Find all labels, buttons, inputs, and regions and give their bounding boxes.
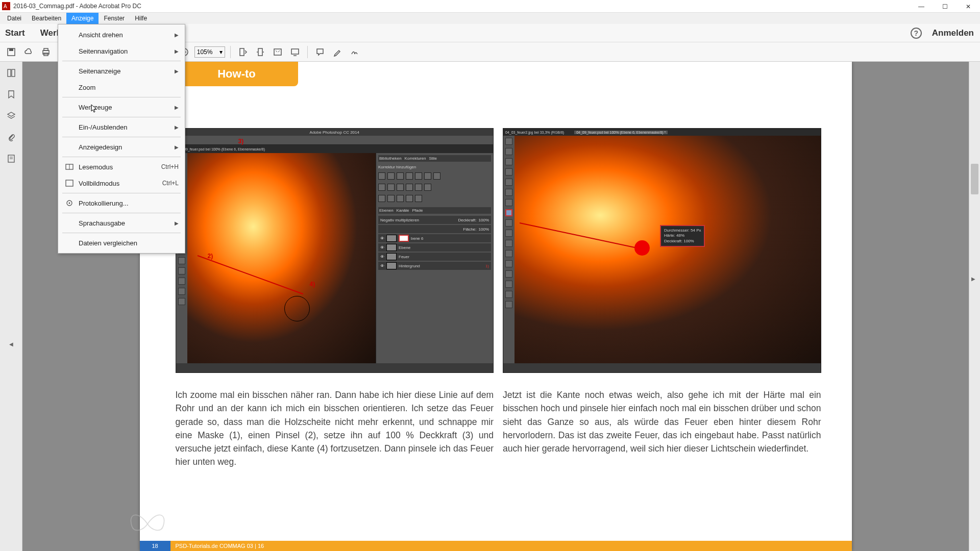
shortcut-text: Ctrl+L <box>162 180 179 187</box>
brush-tool-icon <box>505 209 512 216</box>
cloud-icon[interactable] <box>21 45 36 59</box>
screenshot-right: 04_03_feuer2.jpg bei 33,3% (RGB/8) 04_09… <box>503 128 821 373</box>
menu-vollbildmodus[interactable]: VollbildmodusCtrl+L <box>58 175 185 191</box>
tab-start[interactable]: Start <box>5 28 25 38</box>
submenu-arrow-icon: ▶ <box>175 144 179 150</box>
signin-link[interactable]: Anmelden <box>932 28 974 38</box>
ps-title: Adobe Photoshop CC 2014 <box>176 129 494 136</box>
brush-cursor-icon <box>284 296 310 321</box>
fit-width-icon[interactable] <box>253 45 267 59</box>
text-col-left: Ich zoome mal ein bisschen näher ran. Da… <box>176 388 494 469</box>
menu-anzeigedesign[interactable]: Anzeigedesign▶ <box>58 139 185 155</box>
svg-rect-19 <box>66 180 73 186</box>
menu-seitenanzeige[interactable]: Seitenanzeige▶ <box>58 63 185 79</box>
fit-page-icon[interactable] <box>236 45 250 59</box>
ps-canvas-left: 2) 4) 3) <box>187 153 376 363</box>
menu-fenster[interactable]: Fenster <box>99 13 130 24</box>
svg-rect-13 <box>258 48 262 56</box>
attachments-icon[interactable] <box>5 131 17 143</box>
menu-sprachausgabe[interactable]: Sprachausgabe▶ <box>58 215 185 231</box>
close-button[interactable]: ✕ <box>957 0 980 13</box>
submenu-arrow-icon: ▶ <box>175 48 179 54</box>
menu-einausblenden[interactable]: Ein-/Ausblenden▶ <box>58 119 185 135</box>
ps-options-bar <box>176 136 494 145</box>
expand-right-icon[interactable]: ▶ <box>971 276 975 282</box>
menu-hilfe[interactable]: Hilfe <box>130 13 152 24</box>
menu-zoom[interactable]: Zoom <box>58 79 185 95</box>
anzeige-menu: Ansicht drehen▶ Seitennavigation▶ Seiten… <box>58 24 185 254</box>
save-icon[interactable] <box>4 45 18 59</box>
submenu-arrow-icon: ▶ <box>175 105 179 110</box>
help-icon[interactable]: ? <box>911 28 922 39</box>
menu-lesemodus[interactable]: LesemodusCtrl+H <box>58 159 185 175</box>
highlight-icon[interactable] <box>330 45 345 59</box>
collapse-left-icon[interactable]: ◀ <box>9 341 13 347</box>
window-title: 2016-03_Commag.pdf - Adobe Acrobat Pro D… <box>13 3 141 10</box>
submenu-arrow-icon: ▶ <box>175 32 179 38</box>
menu-dateien-vergleichen[interactable]: Dateien vergleichen <box>58 235 185 251</box>
svg-text:A: A <box>4 4 7 9</box>
svg-rect-12 <box>240 48 244 56</box>
presentation-icon[interactable] <box>288 45 302 59</box>
print-icon[interactable] <box>39 45 53 59</box>
svg-rect-22 <box>8 69 11 77</box>
menu-bearbeiten[interactable]: Bearbeiten <box>27 13 66 24</box>
submenu-arrow-icon: ▶ <box>175 220 179 226</box>
bookmarks-icon[interactable] <box>5 88 17 101</box>
svg-rect-23 <box>12 69 15 77</box>
layers-nav-icon[interactable] <box>5 110 17 122</box>
fullscreen-icon[interactable] <box>271 45 285 59</box>
ps-tab: 04_09_feuer.psd bei 100% (Ebene 6, Ebene… <box>176 145 494 153</box>
body-text: Ich zoome mal ein bisschen näher ran. Da… <box>176 388 821 469</box>
footer-text: PSD-Tutorials.de COMMAG 03 | 16 <box>170 541 852 551</box>
zoom-select[interactable]: 105%▾ <box>194 46 225 58</box>
svg-rect-5 <box>44 48 48 51</box>
zoom-value: 105% <box>197 48 213 56</box>
ps-canvas-right: Durchmesser: 54 Px Härte: 48% Deckkraft:… <box>514 136 821 363</box>
svg-rect-15 <box>291 49 299 54</box>
fullscreen-mode-icon <box>64 178 75 188</box>
page-footer: 18 PSD-Tutorials.de COMMAG 03 | 16 <box>140 541 852 551</box>
scrollbar[interactable]: ▶ <box>969 62 980 551</box>
ps-tabs-right: 04_03_feuer2.jpg bei 33,3% (RGB/8) 04_09… <box>503 129 821 136</box>
read-mode-icon <box>64 162 75 172</box>
howto-tab: How-to <box>176 62 298 86</box>
ps-tools-right <box>503 136 514 363</box>
chevron-down-icon: ▾ <box>219 48 223 56</box>
butterfly-watermark-icon <box>125 506 170 542</box>
menubar: Datei Bearbeiten Anzeige Fenster Hilfe <box>0 13 980 24</box>
scroll-thumb[interactable] <box>971 164 978 194</box>
submenu-arrow-icon: ▶ <box>175 124 179 130</box>
footer-page-number: 18 <box>140 541 170 551</box>
menu-werkzeuge[interactable]: Werkzeuge▶ <box>58 99 185 115</box>
text-col-right: Jetzt ist die Kante noch etwas weich, al… <box>503 388 821 469</box>
maximize-button[interactable]: ☐ <box>933 0 957 13</box>
submenu-arrow-icon: ▶ <box>175 68 179 74</box>
thumbnails-icon[interactable] <box>5 67 17 79</box>
app-icon: A <box>2 2 10 10</box>
brush-tooltip: Durchmesser: 54 Px Härte: 48% Deckkraft:… <box>660 225 705 247</box>
menu-datei[interactable]: Datei <box>2 13 27 24</box>
svg-point-21 <box>69 203 70 204</box>
minimize-button[interactable]: — <box>910 0 933 13</box>
menu-ansicht-drehen[interactable]: Ansicht drehen▶ <box>58 27 185 43</box>
pdf-page: How-to Adobe Photoshop CC 2014 04_09_feu… <box>140 62 852 551</box>
brush-dot-icon <box>634 240 650 256</box>
ps-panels-left: BibliothekenKorrekturenStile Korrektur h… <box>376 153 493 363</box>
tracker-icon <box>64 198 75 208</box>
signature-icon[interactable] <box>348 45 362 59</box>
menu-anzeige[interactable]: Anzeige <box>66 13 99 24</box>
menu-protokollierung[interactable]: Protokollierung... <box>58 195 185 211</box>
svg-rect-3 <box>9 48 13 51</box>
comment-icon[interactable] <box>313 45 327 59</box>
menu-seitennavigation[interactable]: Seitennavigation▶ <box>58 43 185 59</box>
screenshot-left: Adobe Photoshop CC 2014 04_09_feuer.psd … <box>176 128 494 373</box>
shortcut-text: Ctrl+H <box>161 163 179 170</box>
articles-icon[interactable] <box>5 153 17 165</box>
svg-rect-14 <box>274 49 281 55</box>
titlebar: A 2016-03_Commag.pdf - Adobe Acrobat Pro… <box>0 0 980 13</box>
left-nav-panel: ◀ <box>0 62 22 551</box>
